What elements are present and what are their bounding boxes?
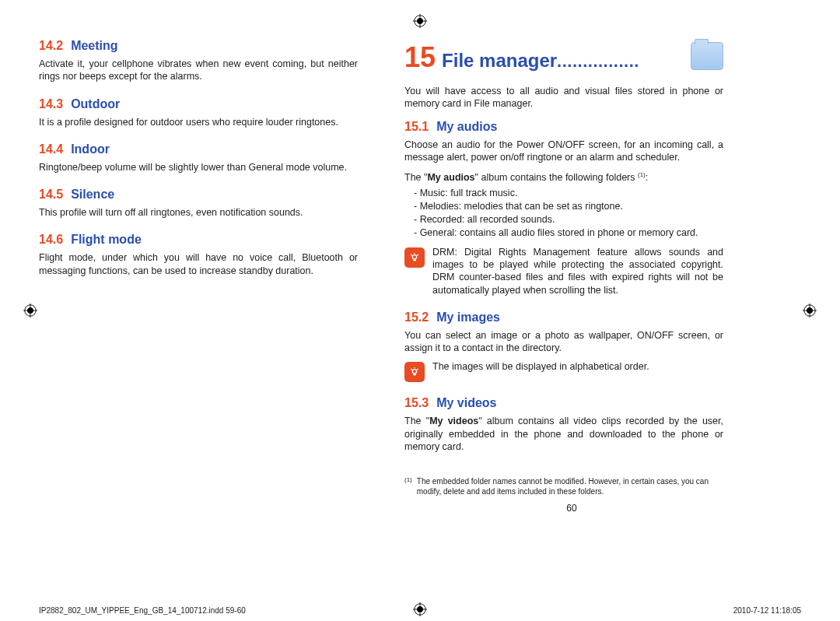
section-body: Choose an audio for the Power ON/OFF scr… <box>404 139 723 164</box>
chapter-title: File manager................ <box>442 50 686 72</box>
footnote-marker: (1) <box>404 476 412 496</box>
section-title: My audios <box>436 120 497 133</box>
svg-point-22 <box>412 370 416 374</box>
section-heading: 15.2My images <box>404 310 723 325</box>
section-number: 14.4 <box>39 142 63 156</box>
section-heading: 14.6Flight mode <box>39 233 358 247</box>
spread: 14.2Meeting Activate it, your cellphone … <box>0 0 840 496</box>
svg-line-26 <box>411 369 411 370</box>
leader-dots: ................ <box>557 51 639 71</box>
section-title: Outdoor <box>71 97 120 111</box>
section-number: 14.2 <box>39 39 63 52</box>
section-number: 14.3 <box>39 97 63 111</box>
svg-point-16 <box>412 255 416 259</box>
section-number: 15.3 <box>404 396 429 409</box>
chapter-heading: 15 File manager................ <box>404 39 723 74</box>
section-number: 14.6 <box>39 233 63 246</box>
section-heading: 14.2Meeting <box>39 39 358 53</box>
section-body: The "My videos" album contains all video… <box>404 415 723 453</box>
section-number: 15.2 <box>404 310 429 324</box>
page-left: 14.2Meeting Activate it, your cellphone … <box>0 39 381 496</box>
section-body: The "My audios" album contains the follo… <box>404 171 723 184</box>
chapter-number: 15 <box>404 41 436 74</box>
page-number-right: 60 <box>381 503 762 514</box>
chapter-intro: You will have access to all audio and vi… <box>404 85 723 111</box>
svg-line-20 <box>411 254 411 255</box>
note-text: The images will be displayed in alphabet… <box>432 360 723 373</box>
section-15-3: 15.3My videos The "My videos" album cont… <box>404 396 723 453</box>
section-body: Flight mode, under which you will have n… <box>39 251 358 277</box>
svg-line-21 <box>417 254 418 255</box>
section-15-2: 15.2My images You can select an image or… <box>404 310 723 383</box>
section-body: It is a profile designed for outdoor use… <box>39 116 358 128</box>
section-title: Meeting <box>71 39 117 52</box>
note-images: The images will be displayed in alphabet… <box>404 360 723 382</box>
section-body: This profile will turn off all ringtones… <box>39 206 358 219</box>
section-body: You can select an image or a photo as wa… <box>404 329 723 355</box>
section-14-2: 14.2Meeting Activate it, your cellphone … <box>39 39 358 83</box>
section-heading: 15.1My audios <box>404 120 723 134</box>
footer-file: IP2882_802_UM_YIPPEE_Eng_GB_14_100712.in… <box>39 606 246 615</box>
section-15-1: 15.1My audios Choose an audio for the Po… <box>404 120 723 296</box>
section-title: Silence <box>71 188 114 201</box>
print-footer: IP2882_802_UM_YIPPEE_Eng_GB_14_100712.in… <box>39 606 801 615</box>
section-heading: 14.3Outdoor <box>39 97 358 111</box>
footnote: (1) The embedded folder names cannot be … <box>404 476 723 496</box>
section-title: My images <box>436 310 500 324</box>
section-heading: 14.5Silence <box>39 188 358 202</box>
footer-timestamp: 2010-7-12 11:18:05 <box>733 606 801 615</box>
section-body: Ringtone/beep volume will be slightly lo… <box>39 161 358 174</box>
section-14-4: 14.4Indoor Ringtone/beep volume will be … <box>39 142 358 174</box>
section-body: Activate it, your cellphone vibrates whe… <box>39 58 358 83</box>
section-heading: 14.4Indoor <box>39 142 358 156</box>
section-number: 14.5 <box>39 188 63 201</box>
list-item: General: contains all audio files stored… <box>414 226 723 240</box>
section-number: 15.1 <box>404 120 429 133</box>
folder-list: Music: full track music. Melodies: melod… <box>404 187 723 240</box>
footnote-ref: (1) <box>638 171 646 178</box>
section-14-6: 14.6Flight mode Flight mode, under which… <box>39 233 358 277</box>
list-item: Melodies: melodies that can be set as ri… <box>414 200 723 213</box>
section-title: Flight mode <box>71 233 142 246</box>
folder-icon <box>691 42 723 70</box>
note-text: DRM: Digital Rights Management feature a… <box>432 246 723 296</box>
section-title: Indoor <box>71 142 110 156</box>
note-drm: DRM: Digital Rights Management feature a… <box>404 246 723 296</box>
section-14-3: 14.3Outdoor It is a profile designed for… <box>39 97 358 128</box>
section-14-5: 14.5Silence This profile will turn off a… <box>39 188 358 219</box>
section-heading: 15.3My videos <box>404 396 723 410</box>
page-right: 15 File manager................ You will… <box>381 39 762 496</box>
svg-line-27 <box>417 369 418 370</box>
footnote-text: The embedded folder names cannot be modi… <box>417 476 723 496</box>
list-item: Recorded: all recorded sounds. <box>414 213 723 226</box>
section-title: My videos <box>436 396 496 409</box>
list-item: Music: full track music. <box>414 187 723 200</box>
tip-icon <box>404 247 425 268</box>
tip-icon <box>404 362 425 382</box>
